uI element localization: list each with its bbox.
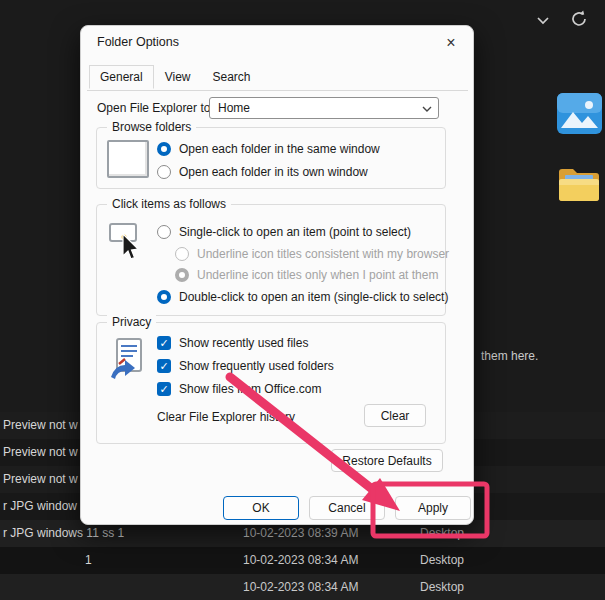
tab-divider [87,90,468,91]
file-name: 1 [85,547,92,574]
radio-own-window[interactable]: Open each folder in its own window [157,164,368,180]
browse-folders-group: Browse folders Open each folder in the s… [96,127,446,189]
folder-window-icon [107,140,149,178]
file-location: Desktop [420,547,464,574]
radio-disabled-selected-icon [175,268,189,282]
checkbox-checked-icon: ✓ [157,382,171,396]
radio-label: Underline icon titles only when I point … [197,268,438,282]
table-row[interactable]: 1 10-02-2023 08:34 AM Desktop [0,547,605,574]
file-name: Preview not w [3,412,78,439]
drop-hint-text: them here. [481,349,538,363]
radio-double-click[interactable]: Double-click to open an item (single-cli… [157,289,448,305]
restore-defaults-button[interactable]: Restore Defaults [331,449,443,472]
checkbox-frequent-folders[interactable]: ✓ Show frequently used folders [157,358,334,374]
group-legend: Privacy [107,315,156,330]
checkbox-label: Show files from Office.com [179,382,322,396]
radio-icon [157,225,171,239]
tab-strip: General View Search [89,64,262,88]
chevron-down-icon [421,104,433,114]
checkbox-checked-icon: ✓ [157,336,171,350]
checkbox-office-files[interactable]: ✓ Show files from Office.com [157,381,322,397]
chevron-down-icon[interactable] [531,8,555,32]
file-name: Preview not w [3,439,78,466]
group-legend: Click items as follows [107,197,231,212]
open-explorer-dropdown[interactable]: Home [209,97,439,119]
radio-label: Single-click to open an item (point to s… [179,225,411,239]
file-name: Preview not w [3,466,78,493]
dialog-title: Folder Options [97,26,179,58]
checkbox-label: Show frequently used folders [179,359,334,373]
radio-selected-icon [157,142,171,156]
tab-general[interactable]: General [89,65,154,89]
apply-button[interactable]: Apply [395,496,471,520]
radio-selected-icon [157,290,171,304]
ok-button[interactable]: OK [223,496,299,520]
cancel-button[interactable]: Cancel [309,496,385,520]
radio-label: Open each folder in the same window [179,142,380,156]
checkbox-checked-icon: ✓ [157,359,171,373]
tab-view[interactable]: View [154,65,202,89]
file-name: r JPG window [3,493,77,520]
file-date: 10-02-2023 08:34 AM [243,574,358,600]
clear-button[interactable]: Clear [364,404,426,427]
group-legend: Browse folders [107,120,196,135]
clear-history-label: Clear File Explorer history [157,409,295,425]
click-items-group: Click items as follows Single-click to o… [96,204,446,316]
file-date: 10-02-2023 08:34 AM [243,547,358,574]
radio-underline-browser: Underline icon titles consistent with my… [175,246,449,262]
radio-label: Double-click to open an item (single-cli… [179,290,448,304]
yellow-folder-icon[interactable] [557,166,601,208]
close-button[interactable]: × [439,32,463,54]
radio-underline-point: Underline icon titles only when I point … [175,267,438,283]
file-location: Desktop [420,574,464,600]
radio-single-click[interactable]: Single-click to open an item (point to s… [157,224,411,240]
radio-icon [157,165,171,179]
mouse-click-icon [107,221,147,267]
pictures-folder-icon[interactable] [556,92,603,139]
tab-search[interactable]: Search [202,65,262,89]
radio-same-window[interactable]: Open each folder in the same window [157,141,380,157]
radio-label: Open each folder in its own window [179,165,368,179]
checkbox-label: Show recently used files [179,336,308,350]
radio-label: Underline icon titles consistent with my… [197,247,449,261]
refresh-icon[interactable] [567,7,591,31]
privacy-document-icon [105,337,151,383]
table-row[interactable]: 10-02-2023 08:34 AM Desktop [0,574,605,600]
radio-disabled-icon [175,247,189,261]
folder-options-dialog: Folder Options × General View Search Ope… [80,25,474,525]
checkbox-recent-files[interactable]: ✓ Show recently used files [157,335,308,351]
dropdown-value: Home [218,101,250,115]
open-explorer-label: Open File Explorer to: [97,98,214,118]
